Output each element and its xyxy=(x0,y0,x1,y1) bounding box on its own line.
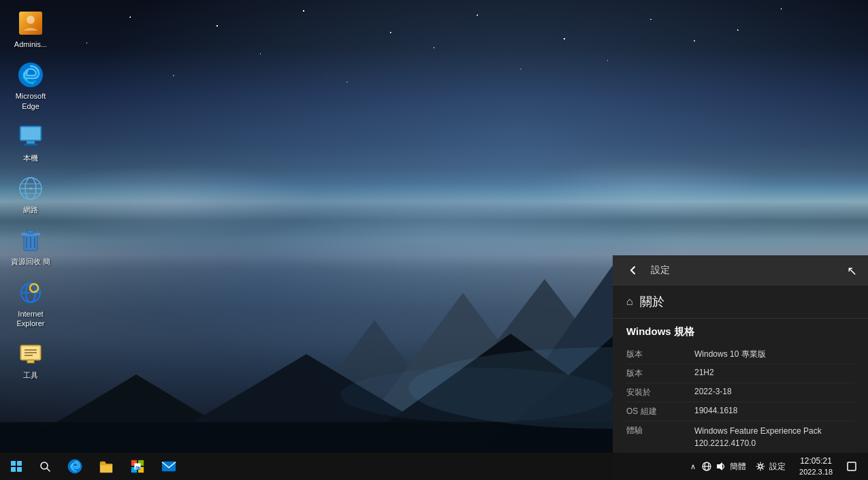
clock-time-display: 12:05:21 xyxy=(800,456,832,467)
spec-label-os-build: OS 組建 xyxy=(626,406,694,417)
spec-value-version: 21H2 xyxy=(694,368,854,379)
taskbar: 🛍 ∧ xyxy=(0,453,868,480)
spec-label-experience: 體驗 xyxy=(626,425,694,436)
desktop-icon-recyclebin[interactable]: 資源回收 簡 xyxy=(3,224,58,269)
desktop-icon-network[interactable]: 網路 xyxy=(3,172,58,217)
taskbar-settings-button[interactable]: 設定 xyxy=(750,453,791,480)
systray-show-hidden-button[interactable]: ∧ xyxy=(688,462,698,471)
svg-rect-56 xyxy=(848,462,856,470)
administrator-icon-label: Adminis... xyxy=(14,39,47,49)
svg-rect-43 xyxy=(100,464,112,473)
svg-rect-15 xyxy=(21,127,40,140)
spec-row-experience: 體驗 Windows Feature Experience Pack120.22… xyxy=(626,421,854,453)
spec-row-os-build: OS 組建 19044.1618 xyxy=(626,402,854,421)
svg-line-41 xyxy=(47,468,50,471)
taskbar-edge-icon xyxy=(67,459,82,474)
edge-icon-label: Microsoft Edge xyxy=(6,91,55,111)
svg-point-12 xyxy=(27,16,35,24)
settings-panel: 設定 ↖ ⌂ 關於 Windows 規格 版本 Windows 10 專業版 版… xyxy=(613,255,868,480)
spec-row-version: 版本 21H2 xyxy=(626,364,854,383)
svg-rect-26 xyxy=(27,230,34,234)
ie-icon-label: Internet Explorer xyxy=(6,309,55,329)
network-systray-icon xyxy=(701,461,712,472)
taskbar-store-button[interactable]: 🛍 xyxy=(123,453,152,480)
settings-header: 設定 ↖ xyxy=(613,255,868,285)
svg-point-55 xyxy=(759,465,762,468)
spec-label-version: 版本 xyxy=(626,368,694,379)
about-section-header: ⌂ 關於 xyxy=(613,285,868,319)
spec-row-install-date: 安裝於 2022-3-18 xyxy=(626,383,854,402)
windows-specs-heading: Windows 規格 xyxy=(613,319,868,342)
taskbar-store-icon: 🛍 xyxy=(130,459,145,474)
svg-rect-16 xyxy=(27,141,35,144)
taskbar-settings-label: 設定 xyxy=(769,461,786,473)
settings-title-label: 設定 xyxy=(651,264,670,276)
home-icon: ⌂ xyxy=(626,295,633,308)
tools-icon-label: 工具 xyxy=(23,370,38,380)
recyclebin-icon-label: 資源回收 簡 xyxy=(11,257,50,266)
thispc-icon-label: 本機 xyxy=(23,153,38,163)
systray-sound-icon[interactable] xyxy=(715,461,726,472)
desktop: Adminis... Microsoft Edge xyxy=(0,0,868,480)
spec-value-os-build: 19044.1618 xyxy=(694,406,854,417)
start-button[interactable] xyxy=(0,453,33,480)
svg-rect-50 xyxy=(162,462,176,472)
desktop-icons-container: Adminis... Microsoft Edge xyxy=(3,7,58,383)
desktop-icon-ie[interactable]: Internet Explorer xyxy=(3,276,58,332)
svg-marker-54 xyxy=(717,462,722,470)
cursor-indicator: ↖ xyxy=(847,263,857,278)
taskbar-mail-button[interactable] xyxy=(154,453,184,480)
network-icon-label: 網路 xyxy=(23,205,38,214)
notification-icon xyxy=(846,461,857,472)
search-icon xyxy=(39,461,50,472)
desktop-icon-edge[interactable]: Microsoft Edge xyxy=(3,59,58,114)
spec-row-edition: 版本 Windows 10 專業版 xyxy=(626,345,854,364)
desktop-icon-thispc[interactable]: 本機 xyxy=(3,121,58,165)
taskbar-mail-icon xyxy=(161,460,176,473)
taskbar-clock[interactable]: 12:05:21 2022.3.18 xyxy=(794,453,838,480)
spec-label-install-date: 安裝於 xyxy=(626,387,694,398)
about-title-label: 關於 xyxy=(640,293,664,310)
sound-systray-icon xyxy=(715,461,726,472)
svg-text:🛍: 🛍 xyxy=(135,465,141,471)
taskbar-fileexplorer-icon xyxy=(99,459,114,474)
taskbar-edge-button[interactable] xyxy=(60,453,90,480)
svg-point-23 xyxy=(29,187,32,190)
svg-point-10 xyxy=(340,368,613,422)
clock-date-display: 2022.3.18 xyxy=(799,467,833,477)
svg-rect-39 xyxy=(27,360,34,363)
taskbar-pinned-apps: 🛍 xyxy=(57,453,688,480)
windows-logo-icon xyxy=(11,461,22,472)
spec-label-edition: 版本 xyxy=(626,349,694,360)
taskbar-search-button[interactable] xyxy=(33,453,57,480)
settings-gear-icon xyxy=(756,462,765,471)
desktop-icon-tools[interactable]: 工具 xyxy=(3,338,58,383)
spec-value-edition: Windows 10 專業版 xyxy=(694,349,854,360)
taskbar-right-area: ∧ 簡體 xyxy=(688,453,868,480)
systray-network-icon[interactable] xyxy=(701,461,712,472)
svg-rect-17 xyxy=(24,144,37,146)
spec-value-install-date: 2022-3-18 xyxy=(694,387,854,398)
desktop-icon-administrator[interactable]: Adminis... xyxy=(3,7,58,52)
systray-language-icon[interactable]: 簡體 xyxy=(728,461,748,473)
notification-center-button[interactable] xyxy=(841,453,863,480)
taskbar-fileexplorer-button[interactable] xyxy=(91,453,121,480)
settings-back-button[interactable] xyxy=(624,261,643,280)
spec-value-experience: Windows Feature Experience Pack120.2212.… xyxy=(694,425,854,449)
